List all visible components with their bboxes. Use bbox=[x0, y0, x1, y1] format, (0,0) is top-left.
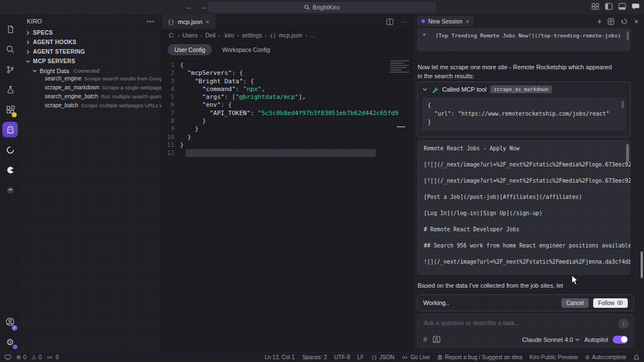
mcp-tool-search_engine[interactable]: search_engineScrape search results from … bbox=[20, 75, 162, 84]
sidebar-section-specs[interactable]: SPECS bbox=[20, 28, 162, 37]
panel-close-icon[interactable]: × bbox=[634, 17, 638, 26]
new-session-plus-icon[interactable]: + bbox=[597, 17, 602, 26]
autopilot-toggle[interactable] bbox=[613, 336, 628, 344]
go-live-button[interactable]: Go Live bbox=[401, 354, 429, 360]
tab-user-config[interactable]: User Config bbox=[168, 44, 212, 55]
line-number: 8 bbox=[162, 117, 180, 125]
tool-result-block[interactable]: Remote React Jobs - Apply Now[![](/_next… bbox=[417, 140, 631, 275]
scrollbar-thumb[interactable] bbox=[627, 31, 629, 40]
extensions-icon[interactable] bbox=[0, 99, 20, 120]
code-line[interactable]: 11} bbox=[162, 141, 412, 149]
line-number: 6 bbox=[162, 101, 180, 109]
mcp-tool-scrape_as_markdown[interactable]: scrape_as_markdownScrape a single webpag… bbox=[20, 84, 162, 93]
activity-bar: ✓ ⚙ bbox=[0, 15, 20, 352]
tab-workspace-config[interactable]: Workspace Config bbox=[215, 44, 277, 55]
kiro-agent-icon[interactable] bbox=[0, 120, 20, 140]
extension-round-icon[interactable] bbox=[0, 160, 20, 180]
code-line[interactable]: 6 "env": { bbox=[162, 101, 412, 109]
explorer-icon[interactable] bbox=[0, 19, 20, 39]
tab-mcp-json[interactable]: {} mcp.json × bbox=[162, 15, 215, 29]
toggle-panel-icon[interactable] bbox=[618, 3, 626, 10]
code-line[interactable]: 3 "Bright Data": { bbox=[162, 78, 412, 85]
settings-gear-icon[interactable]: ⚙ bbox=[0, 332, 20, 352]
nav-forward-icon[interactable]: → bbox=[200, 2, 207, 12]
autocomplete-indicator[interactable]: ⊘Autocomplete bbox=[585, 354, 626, 360]
sidebar-server-bright-data[interactable]: Bright Data Connected bbox=[20, 66, 162, 75]
code-line[interactable]: 4 "command": "npx", bbox=[162, 85, 412, 93]
history-icon[interactable] bbox=[621, 18, 628, 25]
errors-indicator[interactable]: ⊗0 bbox=[16, 354, 26, 360]
ports-indicator[interactable]: 0 bbox=[46, 354, 59, 360]
search-sidebar-icon[interactable] bbox=[0, 39, 20, 59]
remote-icon[interactable] bbox=[4, 354, 11, 360]
warnings-indicator[interactable]: ⚠0 bbox=[31, 354, 42, 360]
scrollbar-thumb[interactable] bbox=[626, 144, 629, 162]
result-lines: Remote React Jobs - Apply Now[![](/_next… bbox=[424, 145, 624, 274]
account-icon[interactable]: ✓ bbox=[0, 312, 20, 332]
split-editor-icon[interactable] bbox=[386, 18, 394, 25]
task-list-icon[interactable] bbox=[608, 18, 614, 25]
run-debug-icon[interactable] bbox=[0, 79, 20, 99]
eol-indicator[interactable]: LF bbox=[357, 354, 364, 360]
breadcrumb-item[interactable]: settings bbox=[242, 32, 262, 39]
code-line[interactable]: 5 "args": ["@brightdata/mcp"], bbox=[162, 93, 412, 101]
breadcrumb-item[interactable]: C: bbox=[169, 32, 175, 39]
encoding-indicator[interactable]: UTF-8 bbox=[334, 354, 350, 360]
report-bug-button[interactable]: Report a bug / Suggest an idea bbox=[437, 354, 522, 360]
line-col-indicator[interactable]: Ln 12, Col 1 bbox=[264, 354, 295, 360]
mcp-tool-search_engine_batch[interactable]: search_engine_batchRun multiple search q… bbox=[20, 93, 162, 102]
attach-image-icon[interactable] bbox=[433, 336, 441, 343]
breadcrumb-item[interactable]: Dell bbox=[205, 32, 215, 39]
context-hash-icon[interactable]: # bbox=[423, 335, 427, 344]
language-indicator[interactable]: {}JSON bbox=[371, 354, 395, 360]
kiro-preview-label[interactable]: Kiro Public Preview bbox=[529, 354, 577, 360]
sidebar-section-agent-hooks[interactable]: AGENT HOOKS bbox=[20, 37, 162, 47]
follow-button[interactable]: Follow bbox=[593, 298, 628, 308]
extensions-badge bbox=[12, 112, 17, 117]
sidebar-section-agent-steering[interactable]: AGENT STEERING bbox=[20, 47, 162, 56]
chat-tab-bar: New Session × + × bbox=[413, 15, 644, 28]
send-button[interactable]: ↑ bbox=[618, 318, 629, 329]
chat-bubble-icon[interactable] bbox=[632, 3, 640, 10]
tool-input-block[interactable]: { "url": "https://www.remoterocketship.c… bbox=[422, 98, 626, 131]
breadcrumb-item[interactable]: ... bbox=[310, 32, 315, 39]
previous-result-block[interactable]: * [Top Trending Remote Jobs New!](/top-t… bbox=[417, 28, 631, 51]
sidebar-section-mcp-servers[interactable]: MCP SERVERS bbox=[20, 56, 162, 66]
breadcrumb-item[interactable]: Users bbox=[182, 32, 197, 39]
code-line[interactable]: 7 "API_TOKEN": "5c5c0b8ed4f97b3f83051eb7… bbox=[162, 109, 412, 117]
mcp-tool-scrape_batch[interactable]: scrape_batchScrape multiple webpages URL… bbox=[20, 102, 162, 111]
toggle-sidebar-icon[interactable] bbox=[605, 3, 613, 10]
minimap[interactable] bbox=[390, 60, 409, 74]
spaces-indicator[interactable]: Spaces: 2 bbox=[302, 354, 326, 360]
panel-scrollbar-thumb[interactable] bbox=[641, 251, 643, 278]
cancel-button[interactable]: Cancel bbox=[561, 298, 589, 308]
code-line[interactable]: 8 } bbox=[162, 117, 412, 125]
session-close-icon[interactable]: × bbox=[466, 18, 469, 25]
layout-grid-icon[interactable] bbox=[591, 3, 599, 10]
breadcrumb-item[interactable]: mcp.json bbox=[279, 32, 302, 39]
chat-tab-label: New Session bbox=[428, 18, 462, 25]
breadcrumb-item[interactable]: .kiro bbox=[223, 32, 234, 39]
tab-new-session[interactable]: New Session × bbox=[417, 16, 473, 26]
command-search-input[interactable]: BrightKiro bbox=[208, 2, 436, 12]
sidebar-more-icon[interactable]: ••• bbox=[146, 18, 155, 25]
code-line[interactable]: 9 } bbox=[162, 125, 412, 133]
model-selector[interactable]: Claude Sonnet 4.0 bbox=[522, 336, 580, 343]
code-editor[interactable]: 1{2 "mcpServers": {3 "Bright Data": {4 "… bbox=[162, 58, 412, 352]
extension-edge-icon[interactable] bbox=[0, 140, 20, 160]
nav-back-icon[interactable]: ← bbox=[186, 2, 193, 12]
chevron-down-icon[interactable] bbox=[423, 87, 427, 92]
code-line[interactable]: 12 bbox=[162, 149, 412, 157]
code-line[interactable]: 2 "mcpServers": { bbox=[162, 69, 412, 77]
chat-input-box[interactable]: Ask a question or describe a task... ↑ #… bbox=[417, 314, 634, 347]
extension-dark-icon[interactable] bbox=[0, 180, 20, 200]
scrollbar-thumb[interactable] bbox=[622, 101, 624, 108]
code-line[interactable]: 1{ bbox=[162, 61, 412, 69]
editor-more-actions-icon[interactable]: ··· bbox=[400, 18, 406, 25]
source-control-icon[interactable] bbox=[0, 59, 20, 79]
tab-close-icon[interactable]: × bbox=[206, 18, 209, 25]
mcp-tool-card[interactable]: Called MCP tool scrape_as_markdown { "ur… bbox=[417, 82, 631, 137]
bell-icon[interactable] bbox=[633, 354, 640, 361]
code-line[interactable]: 10 } bbox=[162, 134, 412, 141]
server-name: Bright Data bbox=[40, 68, 69, 74]
